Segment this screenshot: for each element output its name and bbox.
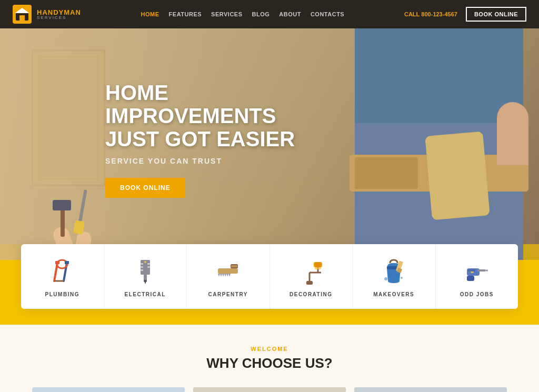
plumbing-label: PLUMBING [45, 292, 79, 297]
services-section: PLUMBING ELECTRICAL [0, 244, 539, 325]
nav-features[interactable]: FEATURES [169, 11, 202, 17]
svg-rect-19 [147, 263, 150, 265]
svg-rect-23 [218, 268, 238, 274]
why-cards [32, 387, 507, 392]
hero-worker [328, 28, 539, 260]
hero-title: HOME IMPROVEMENTS JUST GOT EASIER [105, 81, 337, 150]
call-info: CALL 800-123-4567 [404, 11, 457, 17]
svg-marker-30 [228, 274, 231, 277]
service-card-odd-jobs[interactable]: ODD JOBS [436, 244, 518, 309]
service-card-decorating[interactable]: DECORATING [270, 244, 353, 309]
svg-marker-25 [218, 274, 220, 277]
services-strip: PLUMBING ELECTRICAL [21, 244, 518, 309]
svg-rect-13 [65, 261, 69, 264]
nav-home[interactable]: HOME [141, 11, 159, 17]
svg-rect-46 [477, 269, 486, 272]
svg-rect-12 [55, 261, 59, 264]
svg-marker-27 [222, 274, 224, 277]
decorating-icon [299, 259, 323, 285]
makeovers-icon [382, 259, 406, 285]
svg-rect-50 [468, 269, 475, 272]
odd-jobs-icon [465, 259, 489, 285]
nav-about[interactable]: ABOUT [279, 11, 301, 17]
electrical-icon [133, 259, 157, 285]
svg-rect-18 [141, 269, 143, 271]
carpentry-label: CARPENTRY [208, 292, 248, 297]
logo[interactable]: HANDYMAN SERVICES [13, 5, 81, 24]
why-card-1[interactable] [32, 387, 185, 392]
svg-rect-24 [231, 264, 238, 268]
site-header: HANDYMAN SERVICES HOME FEATURES SERVICES… [0, 0, 539, 28]
svg-rect-7 [74, 220, 85, 235]
service-card-makeovers[interactable]: MAKEOVERS [353, 244, 436, 309]
svg-marker-28 [224, 274, 226, 277]
why-title: WHY CHOOSE US? [32, 355, 507, 371]
nav-services[interactable]: SERVICES [211, 11, 242, 17]
logo-brand: HANDYMAN [37, 9, 81, 16]
service-card-plumbing[interactable]: PLUMBING [21, 244, 104, 309]
nav-blog[interactable]: BLOG [252, 11, 270, 17]
makeovers-label: MAKEOVERS [373, 292, 414, 297]
worker-glove [425, 132, 490, 220]
svg-rect-16 [141, 263, 143, 265]
decorating-label: DECORATING [290, 292, 332, 297]
hero-subtitle: SERVICE YOU CAN TRUST [105, 157, 337, 165]
logo-icon [13, 5, 32, 24]
electrical-label: ELECTRICAL [125, 292, 166, 297]
svg-rect-3 [19, 15, 25, 21]
why-card-3[interactable] [354, 387, 507, 392]
service-card-carpentry[interactable]: CARPENTRY [187, 244, 270, 309]
logo-text: HANDYMAN SERVICES [37, 9, 81, 20]
header-right: CALL 800-123-4567 BOOK ONLINE [404, 7, 526, 22]
plumbing-icon [50, 259, 74, 285]
svg-rect-67 [354, 387, 507, 392]
hero-section: HOME IMPROVEMENTS JUST GOT EASIER SERVIC… [0, 28, 539, 260]
why-card-2[interactable] [193, 387, 346, 392]
welcome-label: WELCOME [32, 346, 507, 352]
logo-services: SERVICES [37, 16, 81, 20]
svg-point-44 [401, 277, 403, 279]
svg-rect-47 [467, 276, 474, 281]
svg-rect-59 [193, 387, 346, 392]
book-online-hero-button[interactable]: BOOK ONLINE [105, 178, 185, 198]
carpentry-icon [216, 259, 240, 285]
main-nav: HOME FEATURES SERVICES BLOG ABOUT CONTAC… [141, 11, 345, 17]
hero-tools-illustration [53, 219, 71, 228]
hero-content: HOME IMPROVEMENTS JUST GOT EASIER SERVIC… [105, 81, 337, 198]
worker-arm [497, 102, 528, 165]
why-choose-us-section: WELCOME WHY CHOOSE US? [0, 325, 539, 392]
svg-rect-51 [32, 387, 185, 392]
service-card-electrical[interactable]: ELECTRICAL [104, 244, 187, 309]
svg-marker-29 [226, 274, 228, 277]
book-online-nav-button[interactable]: BOOK ONLINE [466, 7, 526, 22]
svg-point-43 [384, 277, 387, 280]
svg-rect-38 [306, 281, 313, 285]
svg-point-22 [144, 261, 146, 263]
odd-jobs-label: ODD JOBS [460, 292, 494, 297]
svg-rect-17 [141, 266, 143, 268]
nav-contacts[interactable]: CONTACTS [311, 11, 344, 17]
svg-marker-26 [220, 274, 222, 277]
svg-rect-39 [315, 267, 321, 269]
svg-rect-34 [315, 262, 321, 267]
svg-rect-20 [147, 266, 150, 268]
